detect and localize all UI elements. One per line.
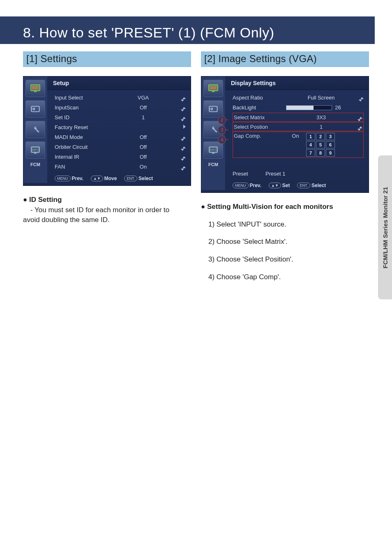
osd-footer: MENUPrev. ▲▼Move ENT.Select <box>47 172 191 183</box>
subheading-settings: [1] Settings <box>23 51 191 67</box>
subheading-image: [2] Image Settings (VGA) <box>201 51 369 67</box>
section-banner: 8. How to set 'PRESET' (1) (FCM Only) <box>0 16 392 44</box>
icon-info: INFO <box>203 141 223 159</box>
icon-tool <box>25 121 45 138</box>
grid-cell[interactable]: 9 <box>326 149 335 157</box>
updown-icon <box>360 97 364 99</box>
svg-text:INFO: INFO <box>32 148 39 152</box>
grid-cell[interactable]: 2 <box>316 133 325 140</box>
svg-rect-5 <box>34 153 37 154</box>
updown-icon <box>182 107 186 109</box>
grid-cell[interactable]: 1 <box>306 133 315 140</box>
osd-row-position[interactable]: Select Postion 1 <box>233 122 364 131</box>
icon-display <box>203 80 223 97</box>
grid-cell[interactable]: 4 <box>306 141 315 148</box>
icon-display <box>25 80 45 97</box>
updown-icon <box>359 117 362 119</box>
osd-row[interactable]: Input SelectVGA <box>55 93 186 102</box>
svg-text:INFO: INFO <box>210 148 217 152</box>
updown-icon <box>182 117 186 119</box>
updown-icon <box>182 97 186 99</box>
svg-rect-7 <box>212 91 215 92</box>
osd-title: Setup <box>47 76 191 90</box>
osd-footer: MENUPrev. ▲▼Set ENT.Select <box>225 179 369 190</box>
osd-setup: INFO FCM Setup Input SelectVGAInputScanO… <box>23 76 191 186</box>
grid-cell[interactable]: 5 <box>316 141 325 148</box>
right-icon <box>183 124 186 130</box>
updown-icon <box>182 146 186 148</box>
osd-display-settings: INFO FCM 2 3 4 Display Settings Aspect R… <box>201 76 369 193</box>
icon-info: INFO <box>25 141 45 159</box>
grid-cell[interactable]: 6 <box>326 141 335 148</box>
position-grid[interactable]: 123456789 <box>306 133 335 157</box>
osd-row-preset: Preset Preset 1 <box>233 169 364 178</box>
osd-row[interactable]: FANOn <box>55 162 186 171</box>
icon-input <box>25 100 45 118</box>
updown-icon <box>182 156 186 158</box>
grid-cell[interactable]: 7 <box>306 149 315 157</box>
updown-icon <box>182 137 186 139</box>
notes-right: ● Setting Multi-Vision for each monitors… <box>201 202 369 282</box>
updown-icon <box>182 166 186 168</box>
osd-row[interactable]: InputScanOff <box>55 102 186 112</box>
backlight-slider[interactable] <box>286 105 332 110</box>
updown-icon <box>359 126 362 128</box>
grid-cell[interactable]: 8 <box>316 149 325 157</box>
osd-row[interactable]: Orbiter CircuitOff <box>55 142 186 152</box>
osd-row[interactable]: MADI ModeOff <box>55 132 186 142</box>
osd-title: Display Settings <box>225 76 369 90</box>
osd-row-gap[interactable]: Gap Comp. On 123456789 <box>233 132 364 158</box>
osd-row[interactable]: Factory Reset <box>55 122 186 132</box>
osd-row[interactable]: Set ID1 <box>55 112 186 122</box>
osd-row[interactable]: BackLight 26 <box>233 102 364 112</box>
callout-2: 2 <box>218 116 226 124</box>
step-item: 3) Choose 'Select Position'. <box>201 255 369 265</box>
osd-row[interactable]: Internal IROff <box>55 152 186 162</box>
col-settings: [1] Settings INFO FCM <box>23 51 191 289</box>
side-tab: FCM/LHM Series Monitor 21 <box>378 155 392 299</box>
fcm-label: FCM <box>30 162 40 167</box>
svg-rect-1 <box>34 91 37 92</box>
section-title: 8. How to set 'PRESET' (1) (FCM Only) <box>0 23 375 44</box>
osd-row[interactable]: Aspect Ratio Full Screen <box>233 93 364 102</box>
icon-input <box>203 100 223 118</box>
grid-cell[interactable]: 3 <box>326 133 335 140</box>
callout-3: 3 <box>218 126 226 134</box>
step-item: 1) Select 'INPUT' source. <box>201 220 369 230</box>
step-item: 4) Choose 'Gap Comp'. <box>201 272 369 282</box>
notes-left: ● ID Setting - You must set ID for each … <box>23 195 191 225</box>
callout-4: 4 <box>218 136 226 144</box>
note-body: - You must set ID for each monitor in or… <box>23 206 169 224</box>
col-image-settings: [2] Image Settings (VGA) INFO FCM <box>201 51 369 289</box>
osd-row-matrix[interactable]: Select Matrix 3X3 <box>233 113 364 122</box>
fcm-label: FCM <box>208 162 218 167</box>
step-item: 2) Choose 'Select Matrix'. <box>201 237 369 247</box>
svg-rect-11 <box>212 153 215 154</box>
